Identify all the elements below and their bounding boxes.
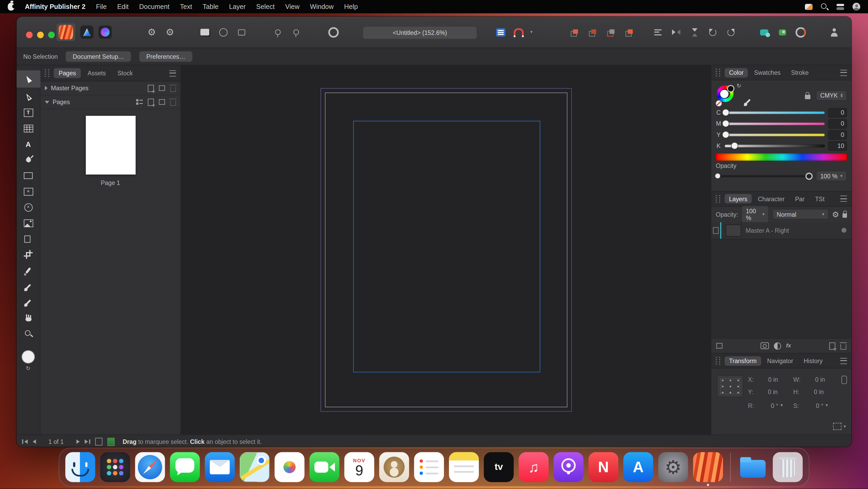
close-window-button[interactable] (26, 31, 32, 38)
guides-toggle-button[interactable] (235, 25, 248, 39)
cyan-value[interactable]: 0 (828, 108, 847, 117)
layer-thumbnail[interactable] (726, 224, 741, 236)
menu-select[interactable]: Select (256, 3, 275, 11)
settings-gear-button[interactable]: ⚙ (163, 25, 177, 39)
menu-table[interactable]: Table (203, 3, 219, 11)
dock-maps-icon[interactable] (240, 452, 270, 482)
alignment-button[interactable] (651, 25, 664, 39)
opacity-slider[interactable] (716, 175, 811, 177)
account-button[interactable] (828, 25, 841, 39)
place-image-tool-button[interactable] (20, 216, 37, 230)
table-tool-button[interactable] (20, 121, 37, 136)
text-frame-button[interactable] (494, 25, 507, 39)
color-selector[interactable]: ↻ (716, 84, 749, 106)
pages-spread-tool-button[interactable] (20, 232, 37, 246)
user-account-icon[interactable] (852, 3, 860, 11)
dock-contacts-icon[interactable] (379, 452, 409, 482)
stroke-color-selector[interactable] (728, 86, 734, 91)
pages-section[interactable]: Pages (40, 95, 180, 109)
pages-view-icon[interactable] (95, 438, 102, 446)
yellow-slider[interactable] (725, 133, 825, 136)
w-value[interactable]: 0 in (803, 376, 825, 383)
duplicate-page-icon[interactable] (159, 99, 165, 105)
snapping-chevron-icon[interactable]: ▾ (530, 30, 532, 34)
move-forward-button[interactable] (586, 25, 599, 39)
menu-edit[interactable]: Edit (117, 3, 129, 11)
dock-music-icon[interactable]: ♫ (519, 452, 549, 482)
anchor-button[interactable] (289, 25, 303, 39)
preview-mode-button[interactable] (198, 25, 212, 39)
no-fill-icon[interactable] (716, 100, 722, 106)
panel-menu-icon[interactable] (840, 69, 847, 76)
minimize-window-button[interactable] (37, 31, 44, 38)
zoom-window-button[interactable] (48, 31, 55, 38)
dock-podcasts-icon[interactable] (554, 452, 583, 482)
r-value[interactable]: 0 ° (756, 402, 778, 409)
menu-text[interactable]: Text (180, 3, 192, 11)
h-field[interactable]: H: 0 in (793, 389, 824, 395)
layer-lock-icon[interactable] (842, 213, 847, 218)
chevron-down-icon[interactable]: ▾ (780, 403, 782, 408)
flip-horizontal-button[interactable] (669, 25, 683, 39)
black-slider[interactable] (725, 144, 825, 147)
panel-menu-icon[interactable] (169, 70, 176, 76)
tab-history[interactable]: History (799, 356, 827, 366)
dock-finder-icon[interactable] (65, 452, 95, 482)
publisher-persona-button[interactable] (56, 23, 75, 41)
document-setup-button[interactable]: Document Setup… (65, 51, 131, 62)
menu-document[interactable]: Document (139, 3, 169, 11)
slider-knob[interactable] (722, 109, 728, 115)
rotate-ccw-button[interactable] (706, 25, 719, 39)
spotlight-search-icon[interactable] (821, 3, 828, 10)
artistic-text-tool-button[interactable]: A (20, 137, 37, 151)
menu-layer[interactable]: Layer (229, 3, 246, 11)
x-value[interactable]: 0 in (756, 376, 778, 383)
shear-field[interactable]: S: 0 ° ▾ (793, 402, 828, 409)
photo-persona-button[interactable] (98, 25, 112, 39)
menu-window[interactable]: Window (310, 3, 334, 11)
tab-assets[interactable]: Assets (83, 68, 111, 78)
slider-knob[interactable] (732, 143, 738, 149)
tab-transform[interactable]: Transform (725, 356, 761, 366)
document-title-pill[interactable]: <Untitled> (152.6%) (363, 26, 477, 39)
menu-app-name[interactable]: Affinity Publisher 2 (25, 3, 86, 11)
magenta-value[interactable]: 0 (828, 119, 847, 128)
panel-grip[interactable] (716, 69, 720, 77)
panel-grip[interactable] (716, 195, 720, 203)
y-value[interactable]: 0 in (755, 389, 778, 395)
pin-button[interactable] (271, 25, 285, 39)
rotate-cw-button[interactable] (724, 25, 738, 39)
control-center-icon[interactable] (837, 4, 844, 10)
cyan-slider[interactable] (725, 111, 825, 114)
rectangle-tool-button[interactable] (20, 168, 37, 183)
transform-mode-button[interactable]: ▾ (833, 423, 846, 430)
slider-knob[interactable] (722, 120, 728, 126)
adjustment-layer-icon[interactable] (774, 342, 781, 349)
dock-news-icon[interactable]: N (588, 452, 618, 482)
panel-grip[interactable] (716, 357, 720, 365)
dock-trash-icon[interactable] (773, 452, 803, 482)
dock-notes-icon[interactable] (449, 452, 479, 482)
designer-persona-button[interactable] (80, 25, 94, 39)
layer-name[interactable]: Master A - Right (746, 227, 789, 233)
blend-mode-select[interactable]: Normal ▾ (772, 209, 829, 220)
preflight-gear-button[interactable]: ⚙ (145, 25, 158, 39)
dock-photos-icon[interactable] (275, 452, 305, 482)
flip-vertical-button[interactable] (687, 25, 701, 39)
layer-visibility-toggle[interactable] (841, 228, 846, 233)
swap-colors-icon[interactable]: ↻ (26, 366, 31, 371)
apple-logo-icon[interactable] (8, 3, 14, 11)
dock-appstore-icon[interactable]: A (623, 452, 653, 482)
first-page-button[interactable] (22, 439, 27, 444)
panel-menu-icon[interactable] (840, 196, 847, 202)
layers-list[interactable]: Master A - Right (711, 222, 851, 338)
delete-master-icon[interactable] (170, 86, 176, 91)
menu-help[interactable]: Help (344, 3, 358, 11)
link-dimensions-toggle[interactable] (841, 376, 847, 384)
dock-calendar-icon[interactable]: NOV 9 (344, 452, 374, 482)
page-1-thumbnail[interactable] (86, 116, 135, 174)
tab-stroke[interactable]: Stroke (786, 68, 813, 77)
preview-document-icon[interactable] (107, 438, 114, 446)
hue-spectrum-bar[interactable] (716, 153, 847, 161)
snapping-magnet-button[interactable] (512, 25, 525, 39)
